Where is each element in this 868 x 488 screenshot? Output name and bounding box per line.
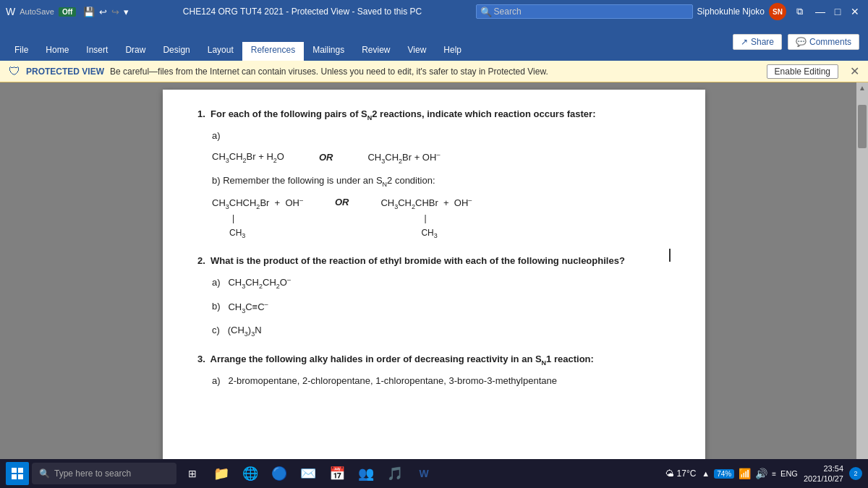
tab-design[interactable]: Design — [154, 42, 198, 61]
search-wrap[interactable]: 🔍 — [476, 4, 693, 19]
protected-message: Be careful—files from the Internet can c… — [110, 67, 761, 77]
q2-number: 2. What is the product of the reaction o… — [197, 254, 671, 269]
q1b-chem1-main: CH3CHCH2Br + OH– — [212, 195, 303, 212]
share-button[interactable]: ↗ Share — [733, 34, 782, 50]
protected-title: PROTECTED VIEW — [26, 67, 104, 77]
vertical-scrollbar[interactable]: ▲ ▼ — [856, 82, 868, 468]
volume-icon[interactable]: 🔊 — [755, 468, 767, 479]
redo-icon[interactable]: ↪ — [111, 7, 119, 17]
tab-layout[interactable]: Layout — [199, 42, 242, 61]
scroll-thumb[interactable] — [858, 105, 867, 148]
taskbar-spotify[interactable]: 🎵 — [382, 461, 408, 487]
q1a: a) CH3CH2Br + H2O OR CH3CH2Br + OH– — [212, 129, 671, 166]
q1b-chem2-sub: | — [424, 212, 426, 226]
tab-mailings[interactable]: Mailings — [304, 42, 353, 61]
start-button[interactable] — [6, 462, 29, 485]
tab-insert[interactable]: Insert — [77, 42, 116, 61]
q2c-chem: (CH3)3N — [228, 325, 262, 335]
weather-icon: 🌤 — [665, 468, 674, 479]
scroll-up-arrow[interactable]: ▲ — [857, 82, 867, 93]
save-icon[interactable]: 💾 — [83, 7, 95, 17]
title-bar: W AutoSave Off 💾 ↩ ↪ ▾ CHE124 ORG TUT4 2… — [0, 0, 868, 23]
chevron-up-icon[interactable]: ▲ — [702, 469, 710, 478]
taskbar-files[interactable]: 📁 — [208, 461, 234, 487]
taskbar-task-view[interactable]: ⊞ — [179, 461, 205, 487]
maximize-button[interactable]: □ — [830, 4, 845, 19]
q1a-label: a) — [212, 129, 671, 144]
svg-rect-1 — [18, 468, 23, 473]
notification-badge[interactable]: 2 — [849, 467, 862, 480]
dropdown-icon[interactable]: ▾ — [124, 7, 129, 17]
q1b-chemistry: CH3CHCH2Br + OH– | CH3 OR CH3CH2CHBr + O… — [212, 195, 671, 241]
taskbar: 🔍 Type here to search ⊞ 📁 🌐 🔵 ✉️ 📅 👥 🎵 W… — [0, 459, 868, 488]
comments-button[interactable]: 💬 Comments — [788, 34, 859, 50]
enable-editing-button[interactable]: Enable Editing — [767, 64, 838, 79]
restore-icon[interactable]: ⧉ — [796, 6, 803, 17]
caption-icon[interactable]: ≡ — [772, 470, 776, 478]
q1b-chem1: CH3CHCH2Br + OH– | CH3 — [212, 195, 303, 241]
title-bar-left: W AutoSave Off 💾 ↩ ↪ ▾ — [6, 6, 129, 17]
q1a-chemistry: CH3CH2Br + H2O OR CH3CH2Br + OH– — [212, 150, 671, 166]
weather-temp: 17°C — [677, 468, 697, 479]
taskbar-search-icon: 🔍 — [39, 468, 50, 479]
taskbar-right: 🌤 17°C ▲ 74% 📶 🔊 ≡ ENG 23:54 2021/10/27 … — [665, 463, 862, 484]
taskbar-edge[interactable]: 🌐 — [237, 461, 263, 487]
title-bar-center: CHE124 ORG TUT4 2021 - Protected View - … — [133, 7, 471, 17]
q2c-label: c) — [212, 325, 225, 335]
svg-rect-2 — [12, 474, 17, 479]
close-button[interactable]: ✕ — [848, 4, 862, 19]
tab-draw[interactable]: Draw — [116, 42, 154, 61]
q1b-chem1-sub: | — [232, 212, 234, 226]
clock-date: 2021/10/27 — [804, 474, 843, 484]
q2a-chem: CH3CH2CH2O– — [228, 277, 291, 288]
q1a-chem2: CH3CH2Br + OH– — [367, 150, 440, 166]
battery-badge: 74% — [714, 469, 734, 479]
tab-file[interactable]: File — [6, 42, 37, 61]
q3a-label: a) — [212, 375, 226, 386]
taskbar-calendar[interactable]: 📅 — [324, 461, 350, 487]
minimize-button[interactable]: — — [813, 4, 827, 19]
taskbar-search[interactable]: 🔍 Type here to search — [32, 463, 176, 484]
q1-number: 1. For each of the following pairs of SN… — [197, 107, 671, 123]
search-input[interactable] — [476, 4, 693, 19]
ribbon-tabs: File Home Insert Draw Design Layout Refe… — [0, 23, 724, 61]
tab-references[interactable]: References — [242, 42, 304, 61]
q1b-chem2-group: CH3 — [421, 226, 437, 241]
word-icon: W — [6, 6, 15, 17]
taskbar-teams[interactable]: 👥 — [353, 461, 379, 487]
q2a: a) CH3CH2CH2O– — [212, 275, 671, 291]
tab-home[interactable]: Home — [37, 42, 77, 61]
q3-number: 3. Arrange the following alky halides in… — [197, 352, 671, 368]
q1b-label: b) Remember the following is under an SN… — [212, 174, 671, 189]
q2c: c) (CH3)3N — [212, 323, 671, 339]
q3a: a) 2-bromopentane, 2-chloropentane, 1-ch… — [212, 374, 671, 389]
q2b-chem: CH3C≡C– — [228, 301, 268, 312]
window-controls: — □ ✕ — [813, 4, 862, 19]
ribbon-actions: ↗ Share 💬 Comments — [724, 23, 868, 61]
tab-help[interactable]: Help — [435, 42, 470, 61]
q2b: b) CH3C≡C– — [212, 299, 671, 315]
user-name: Siphokuhle Njoko — [697, 7, 765, 17]
close-protected-bar[interactable]: ✕ — [850, 64, 859, 78]
tab-view[interactable]: View — [399, 42, 435, 61]
tab-review[interactable]: Review — [353, 42, 399, 61]
taskbar-mail[interactable]: ✉️ — [295, 461, 321, 487]
taskbar-word[interactable]: W — [411, 461, 437, 487]
taskbar-weather: 🌤 17°C — [665, 468, 697, 479]
q1b-chem2-main: CH3CH2CHBr + OH– — [380, 195, 472, 212]
taskbar-chrome[interactable]: 🔵 — [266, 461, 292, 487]
language-indicator[interactable]: ENG — [780, 469, 798, 478]
network-icon[interactable]: 📶 — [739, 468, 751, 479]
q1b-chem1-group: CH3 — [229, 226, 245, 241]
avatar: SN — [769, 3, 786, 20]
q3a-text: 2-bromopentane, 2-chloropentane, 1-chlor… — [228, 375, 557, 386]
svg-rect-3 — [18, 474, 23, 479]
autosave-toggle[interactable]: Off — [59, 7, 76, 17]
document-title: CHE124 ORG TUT4 2021 - Protected View - … — [183, 7, 422, 17]
ribbon: File Home Insert Draw Design Layout Refe… — [0, 23, 868, 61]
q1b-or: OR — [335, 195, 349, 210]
q1b: b) Remember the following is under an SN… — [212, 174, 671, 241]
undo-icon[interactable]: ↩ — [99, 7, 107, 17]
q1a-or: OR — [319, 150, 333, 166]
q2a-label: a) — [212, 277, 226, 288]
